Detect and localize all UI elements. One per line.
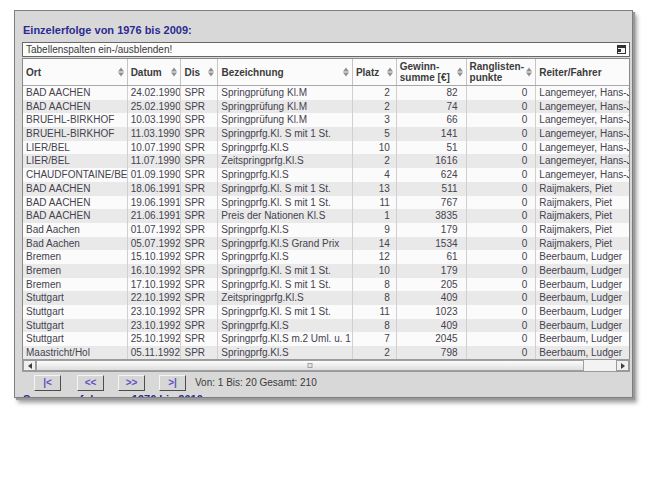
cell-gewinnsumme: 179: [397, 223, 467, 237]
column-header-datum[interactable]: Datum: [128, 59, 182, 85]
column-header-gewinnsumme[interactable]: Gewinn-summe [€]: [397, 59, 467, 85]
cell-datum: 18.06.1991: [128, 182, 182, 196]
cell-ort: BRUEHL-BIRKHOF: [23, 127, 128, 141]
column-header-dis[interactable]: Dis: [181, 59, 218, 85]
cell-datum: 10.07.1990: [128, 141, 182, 155]
cell-bezeichnung: Springprfg.Kl. S mit 1 St.: [218, 264, 353, 278]
cell-datum: 21.06.1991: [128, 209, 182, 223]
column-header-label: Ranglisten-punkte: [470, 61, 528, 83]
cell-datum: 05.11.1992: [128, 346, 182, 360]
cell-ort: Bremen: [23, 264, 128, 278]
column-header-label: Bezeichnung: [221, 67, 283, 78]
cell-ort: Stuttgart: [23, 319, 128, 333]
cell-ranglistenpunkte: 0: [467, 264, 537, 278]
cell-datum: 22.10.1992: [128, 291, 182, 305]
cell-ort: BRUEHL-BIRKHOF: [23, 113, 128, 127]
first-page-button[interactable]: |<: [34, 375, 61, 391]
cell-dis: SPR: [181, 113, 218, 127]
cell-platz: 7: [353, 332, 397, 346]
cell-ort: Maastricht/Hol: [23, 346, 128, 360]
cell-reiter: Langemeyer, Hans-Joachim: [536, 141, 629, 155]
cell-gewinnsumme: 409: [397, 291, 467, 305]
table-columns-icon[interactable]: [617, 45, 626, 54]
scrollbar-thumb[interactable]: [36, 360, 584, 371]
pagination: |< << >> >| Von: 1 Bis: 20 Gesamt: 210: [15, 374, 632, 394]
cell-ranglistenpunkte: 0: [467, 209, 537, 223]
table-row: Stuttgart23.10.1992SPRSpringprfg.Kl. S m…: [23, 305, 629, 319]
scroll-left-icon: [28, 363, 32, 369]
cell-datum: 17.10.1992: [128, 278, 182, 292]
cell-platz: 13: [353, 182, 397, 196]
table-row: BAD AACHEN25.02.1990SPRSpringprüfung Kl.…: [23, 100, 629, 114]
table-row: Bremen17.10.1992SPRSpringprfg.Kl. S mit …: [23, 278, 629, 292]
cell-ranglistenpunkte: 0: [467, 332, 537, 346]
scroll-right-icon: [621, 363, 625, 369]
column-header-platz[interactable]: Platz: [353, 59, 397, 85]
results-table: OrtDatumDisBezeichnungPlatzGewinn-summe …: [22, 58, 630, 361]
cell-dis: SPR: [181, 250, 218, 264]
cell-bezeichnung: Springprfg.Kl. S mit 1 St.: [218, 278, 353, 292]
table-row: Stuttgart22.10.1992SPRZeitspringprfg.Kl.…: [23, 291, 629, 305]
scroll-right-button[interactable]: [616, 360, 629, 371]
table-row: LIER/BEL10.07.1990SPRSpringprfg.Kl.S1051…: [23, 141, 629, 155]
prev-page-button[interactable]: <<: [77, 375, 104, 391]
cell-bezeichnung: Springprfg.Kl.S: [218, 223, 353, 237]
sort-icon[interactable]: [118, 68, 124, 77]
cell-platz: 8: [353, 291, 397, 305]
table-row: BRUEHL-BIRKHOF11.03.1990SPRSpringprfg.Kl…: [23, 127, 629, 141]
cell-platz: 2: [353, 346, 397, 360]
cell-ranglistenpunkte: 0: [467, 154, 537, 168]
cell-reiter: Beerbaum, Ludger: [536, 319, 629, 333]
cell-dis: SPR: [181, 237, 218, 251]
cell-platz: 14: [353, 237, 397, 251]
cell-bezeichnung: Springprfg.Kl. S mit 1 St.: [218, 182, 353, 196]
column-header-ort[interactable]: Ort: [23, 59, 128, 85]
cell-platz: 1: [353, 209, 397, 223]
cell-gewinnsumme: 1616: [397, 154, 467, 168]
cell-bezeichnung: Springprfg.Kl.S Grand Prix: [218, 237, 353, 251]
cell-gewinnsumme: 2045: [397, 332, 467, 346]
column-header-bezeichnung[interactable]: Bezeichnung: [218, 59, 353, 85]
cell-platz: 10: [353, 141, 397, 155]
cell-dis: SPR: [181, 127, 218, 141]
cell-ort: CHAUDFONTAINE/BEL: [23, 168, 128, 182]
column-header-ranglistenpunkte[interactable]: Ranglisten-punkte: [467, 59, 537, 85]
cell-bezeichnung: Springprüfung Kl.M: [218, 113, 353, 127]
cell-dis: SPR: [181, 196, 218, 210]
scroll-left-button[interactable]: [23, 360, 36, 371]
cell-reiter: Raijmakers, Piet: [536, 237, 629, 251]
sort-icon[interactable]: [457, 68, 463, 77]
table-row: BAD AACHEN18.06.1991SPRSpringprfg.Kl. S …: [23, 182, 629, 196]
cell-gewinnsumme: 205: [397, 278, 467, 292]
cell-datum: 10.03.1990: [128, 113, 182, 127]
sort-icon[interactable]: [526, 68, 532, 77]
table-row: BRUEHL-BIRKHOF10.03.1990SPRSpringprüfung…: [23, 113, 629, 127]
cell-ort: BAD AACHEN: [23, 86, 128, 100]
horizontal-scrollbar[interactable]: [22, 359, 630, 372]
cell-reiter: Beerbaum, Ludger: [536, 264, 629, 278]
cell-ranglistenpunkte: 0: [467, 127, 537, 141]
cell-platz: 2: [353, 86, 397, 100]
next-page-button[interactable]: >>: [118, 375, 145, 391]
cell-bezeichnung: Springprfg.Kl.S m.2 Uml. u. 1 St.: [218, 332, 353, 346]
cell-ranglistenpunkte: 0: [467, 319, 537, 333]
last-page-button[interactable]: >|: [159, 375, 186, 391]
table-row: BAD AACHEN21.06.1991SPRPreis der Natione…: [23, 209, 629, 223]
cell-dis: SPR: [181, 319, 218, 333]
table-row: CHAUDFONTAINE/BEL01.09.1990SPRSpringprfg…: [23, 168, 629, 182]
cell-dis: SPR: [181, 86, 218, 100]
cell-reiter: Beerbaum, Ludger: [536, 278, 629, 292]
cell-datum: 01.09.1990: [128, 168, 182, 182]
cell-gewinnsumme: 141: [397, 127, 467, 141]
cell-dis: SPR: [181, 305, 218, 319]
column-toggle-bar[interactable]: Tabellenspalten ein-/ausblenden!: [22, 42, 630, 57]
sort-icon[interactable]: [387, 68, 393, 77]
cell-gewinnsumme: 3835: [397, 209, 467, 223]
cell-ranglistenpunkte: 0: [467, 237, 537, 251]
cell-ort: Stuttgart: [23, 332, 128, 346]
cell-datum: 24.02.1990: [128, 86, 182, 100]
sort-icon[interactable]: [208, 68, 214, 77]
sort-icon[interactable]: [343, 68, 349, 77]
cell-reiter: Beerbaum, Ludger: [536, 305, 629, 319]
sort-icon[interactable]: [171, 68, 177, 77]
